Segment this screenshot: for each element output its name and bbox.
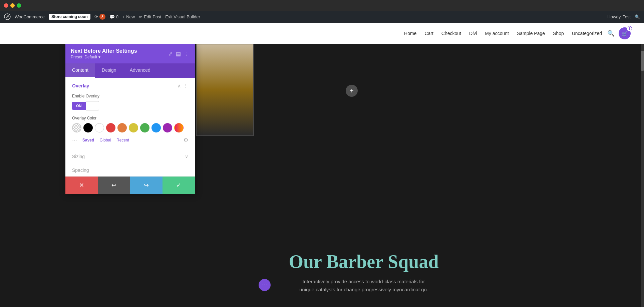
- color-settings-icon[interactable]: ⚙: [184, 137, 188, 143]
- edit-post-button[interactable]: ✏ Edit Post: [139, 14, 161, 19]
- color-section-content: Overlay Color: [65, 116, 195, 149]
- nav-divi[interactable]: Divi: [469, 31, 477, 36]
- section-more-icon[interactable]: ⋮: [184, 83, 188, 88]
- updates-button[interactable]: ⟳ 8: [94, 14, 105, 20]
- scrollbar-thumb[interactable]: [641, 51, 644, 71]
- header-icons: 🔍 🛒 1: [607, 27, 631, 39]
- more-colors-dots[interactable]: ···: [72, 136, 77, 143]
- redo-button[interactable]: ↪: [130, 177, 163, 194]
- color-swatch-purple[interactable]: [163, 123, 172, 132]
- new-button[interactable]: + New: [122, 14, 135, 19]
- color-swatch-black[interactable]: [83, 123, 93, 132]
- toggle-off-box[interactable]: [86, 101, 99, 110]
- spacing-label: Spacing: [72, 168, 89, 173]
- nav-checkout[interactable]: Checkout: [441, 31, 461, 36]
- site-name[interactable]: WooCommerce: [15, 14, 45, 19]
- svg-text:W: W: [6, 15, 9, 19]
- site-nav: Home Cart Checkout Divi My account Sampl…: [404, 31, 602, 36]
- tab-content[interactable]: Content: [65, 63, 95, 78]
- color-tab-saved[interactable]: Saved: [82, 138, 94, 142]
- panel-header: Next Before After Settings Preset: Defau…: [65, 44, 195, 63]
- color-swatch-gradient[interactable]: [174, 123, 184, 132]
- save-icon: ✓: [176, 182, 181, 189]
- scrollbar[interactable]: [641, 44, 644, 307]
- overlay-section-header: Overlay ∧ ⋮: [65, 78, 195, 91]
- comments-button[interactable]: 💬 0: [109, 14, 118, 19]
- overlay-color-label: Overlay Color: [72, 116, 188, 120]
- titlebar: [0, 0, 644, 11]
- site-header: Home Cart Checkout Divi My account Sampl…: [0, 23, 644, 44]
- panel-preset[interactable]: Preset: Default ▾: [71, 55, 137, 59]
- nav-shop[interactable]: Shop: [553, 31, 564, 36]
- color-tabs: ··· Saved Global Recent ⚙: [72, 136, 188, 143]
- exit-visual-builder-button[interactable]: Exit Visual Builder: [165, 14, 200, 19]
- enable-overlay-toggle[interactable]: ON: [72, 101, 188, 110]
- save-button[interactable]: ✓: [163, 177, 195, 194]
- cancel-icon: ✕: [79, 182, 84, 189]
- tab-design[interactable]: Design: [95, 63, 123, 78]
- close-button[interactable]: [4, 3, 8, 8]
- color-swatch-orange[interactable]: [117, 123, 127, 132]
- panel-body: Overlay ∧ ⋮ Enable Overlay ON Overlay: [65, 78, 195, 177]
- maximize-button[interactable]: [17, 3, 21, 8]
- settings-panel: Next Before After Settings Preset: Defau…: [65, 44, 195, 194]
- cart-button[interactable]: 🛒 1: [619, 27, 631, 39]
- panel-title: Next Before After Settings: [71, 48, 137, 54]
- panel-tabs: Content Design Advanced: [65, 63, 195, 78]
- overlay-section-content: Enable Overlay ON: [65, 91, 195, 116]
- sizing-section-header[interactable]: Sizing ∨: [65, 149, 195, 164]
- overlay-section: Overlay ∧ ⋮ Enable Overlay ON Overlay: [65, 78, 195, 149]
- redo-icon: ↪: [144, 182, 149, 189]
- panel-header-icons: ⤢ ▤ ⋮: [168, 51, 190, 57]
- nav-home[interactable]: Home: [404, 31, 416, 36]
- page-title: Our Barber Squad: [90, 251, 637, 272]
- traffic-lights: [4, 3, 21, 8]
- panel-header-info: Next Before After Settings Preset: Defau…: [71, 48, 137, 59]
- nav-my-account[interactable]: My account: [485, 31, 509, 36]
- cart-count-badge: 1: [627, 26, 632, 31]
- enable-overlay-label: Enable Overlay: [72, 94, 188, 98]
- color-swatch-red[interactable]: [106, 123, 115, 132]
- admin-bar: W WooCommerce Store coming soon ⟳ 8 💬 0 …: [0, 11, 644, 23]
- overlay-section-title: Overlay: [72, 83, 89, 88]
- undo-button[interactable]: ↩: [98, 177, 130, 194]
- section-header-icons: ∧ ⋮: [178, 83, 188, 88]
- more-menu-icon[interactable]: ⋮: [184, 51, 190, 57]
- more-options-button[interactable]: ···: [259, 279, 271, 291]
- main-content: + Our Barber Squad Interactively provide…: [0, 44, 644, 307]
- fullscreen-icon[interactable]: ⤢: [168, 51, 173, 57]
- wordpress-logo[interactable]: W: [4, 13, 11, 20]
- nav-sample-page[interactable]: Sample Page: [517, 31, 545, 36]
- preview-image: [196, 44, 254, 136]
- sizing-label: Sizing: [72, 154, 85, 159]
- color-swatch-checker[interactable]: [72, 123, 81, 132]
- toggle-on-label[interactable]: ON: [72, 102, 86, 110]
- color-tab-global[interactable]: Global: [99, 138, 111, 142]
- admin-search-icon[interactable]: 🔍: [635, 14, 640, 19]
- bottom-content: Our Barber Squad Interactively provide a…: [83, 238, 644, 307]
- cancel-button[interactable]: ✕: [65, 177, 98, 194]
- header-search-icon[interactable]: 🔍: [607, 30, 615, 37]
- spacing-section: Spacing: [65, 164, 195, 177]
- sizing-section: Sizing ∨: [65, 149, 195, 164]
- nav-uncategorized[interactable]: Uncategorized: [572, 31, 602, 36]
- color-swatch-white[interactable]: [95, 123, 104, 132]
- spacing-section-header: Spacing: [65, 164, 195, 176]
- tab-advanced[interactable]: Advanced: [123, 63, 157, 78]
- color-swatches: [72, 123, 188, 132]
- minimize-button[interactable]: [10, 3, 15, 8]
- color-tab-recent[interactable]: Recent: [116, 138, 129, 142]
- action-bar: ✕ ↩ ↪ ✓: [65, 177, 195, 194]
- color-swatch-yellow[interactable]: [129, 123, 138, 132]
- howdy-label: Howdy, Test: [607, 14, 631, 19]
- admin-bar-right: Howdy, Test 🔍: [607, 14, 640, 19]
- undo-icon: ↩: [111, 182, 116, 189]
- sidebar-icon[interactable]: ▤: [176, 51, 181, 57]
- section-collapse-icon[interactable]: ∧: [178, 83, 181, 88]
- store-badge[interactable]: Store coming soon: [49, 14, 90, 20]
- color-swatch-green[interactable]: [140, 123, 149, 132]
- sizing-chevron-icon[interactable]: ∨: [185, 154, 188, 159]
- add-section-button[interactable]: +: [346, 85, 358, 97]
- nav-cart[interactable]: Cart: [424, 31, 433, 36]
- color-swatch-blue[interactable]: [151, 123, 161, 132]
